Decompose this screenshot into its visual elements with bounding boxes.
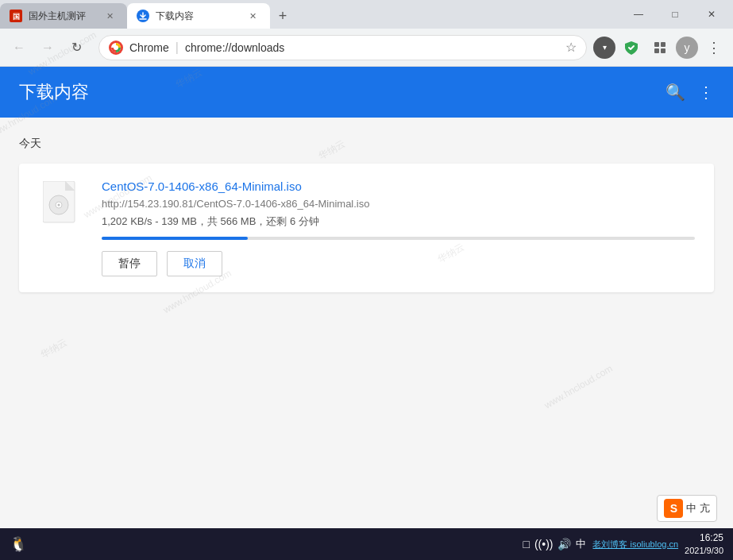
shield-extension-button[interactable] xyxy=(619,35,644,60)
download-progress-container xyxy=(102,237,695,240)
svg-rect-9 xyxy=(654,48,659,53)
titlebar: 国 国外主机测评 ✕ 下载内容 ✕ + — □ xyxy=(0,0,733,29)
ime-label: 中 亢 xyxy=(686,501,710,516)
tab-inactive[interactable]: 国 国外主机测评 ✕ xyxy=(0,3,127,29)
minimize-button[interactable]: — xyxy=(620,0,657,29)
svg-rect-7 xyxy=(654,42,659,47)
titlebar-spacer xyxy=(295,0,620,29)
refresh-icon: ↻ xyxy=(71,40,82,55)
download-file-icon-area xyxy=(38,180,86,227)
extensions-button[interactable] xyxy=(647,35,673,60)
tab-1-label: 国外主机测评 xyxy=(29,10,95,23)
profile-dropdown-icon[interactable]: ▾ xyxy=(593,37,615,59)
address-divider: | xyxy=(176,41,179,55)
download-item: CentOS-7.0-1406-x86_64-Minimal.iso http:… xyxy=(19,164,714,292)
browser-window: 国 国外主机测评 ✕ 下载内容 ✕ + — □ xyxy=(0,0,733,560)
taskbar-display-icon: □ xyxy=(523,538,529,550)
taskbar-volume-icon: 🔊 xyxy=(557,538,571,550)
forward-icon: → xyxy=(41,41,54,55)
svg-rect-8 xyxy=(661,42,665,47)
page-title: 下载内容 xyxy=(19,80,665,104)
window-controls: — □ ✕ xyxy=(620,0,733,29)
svg-point-14 xyxy=(58,204,60,207)
tab-download-icon xyxy=(137,10,149,22)
svg-rect-10 xyxy=(661,48,665,53)
back-icon: ← xyxy=(13,41,25,55)
svg-text:国: 国 xyxy=(13,13,20,21)
cancel-button[interactable]: 取消 xyxy=(167,251,222,276)
address-bar[interactable]: Chrome | chrome://downloads ☆ xyxy=(98,35,587,60)
address-chrome-label: Chrome xyxy=(129,41,169,54)
download-status-text: 1,202 KB/s - 139 MB，共 566 MB，还剩 6 分钟 xyxy=(102,214,695,229)
browser-menu-icon: ⋮ xyxy=(707,39,721,56)
taskbar-system-icons: □ ((•)) 🔊 中 xyxy=(523,537,586,551)
page-header: 下载内容 🔍 ⋮ xyxy=(0,67,733,118)
taskbar: 🐧 □ ((•)) 🔊 中 老刘博客 isoliublog.cn 16:25 2… xyxy=(0,528,733,560)
download-url-text: http://154.23.190.81/CentOS-7.0-1406-x86… xyxy=(102,198,695,210)
taskbar-penguin-icon[interactable]: 🐧 xyxy=(10,535,27,553)
ime-badge[interactable]: S 中 亢 xyxy=(657,495,717,522)
tab-site-icon: 国 xyxy=(10,10,22,22)
download-actions: 暂停 取消 xyxy=(102,251,695,276)
address-url-text: chrome://downloads xyxy=(185,41,559,54)
taskbar-lang-indicator[interactable]: 中 xyxy=(576,537,586,551)
section-today-label: 今天 xyxy=(19,137,714,151)
pause-button[interactable]: 暂停 xyxy=(102,251,157,276)
bookmark-star-icon[interactable]: ☆ xyxy=(565,40,577,55)
progress-bar-background xyxy=(102,237,695,240)
refresh-button[interactable]: ↻ xyxy=(64,35,89,60)
search-icon[interactable]: 🔍 xyxy=(665,83,685,102)
taskbar-right: □ ((•)) 🔊 中 老刘博客 isoliublog.cn 16:25 202… xyxy=(523,531,723,557)
profile-label: y xyxy=(685,41,690,54)
blog-link[interactable]: 老刘博客 isoliublog.cn xyxy=(592,539,678,550)
ime-s-icon: S xyxy=(664,499,683,518)
profile-button[interactable]: y xyxy=(676,37,698,59)
tab-2-label: 下载内容 xyxy=(156,10,238,23)
tab-2-close-button[interactable]: ✕ xyxy=(245,8,260,24)
browser-menu-button[interactable]: ⋮ xyxy=(701,35,727,60)
taskbar-clock: 16:25 2021/9/30 xyxy=(685,531,723,557)
header-menu-icon[interactable]: ⋮ xyxy=(698,83,714,102)
tab-1-close-button[interactable]: ✕ xyxy=(102,8,118,24)
progress-bar-fill xyxy=(102,237,248,240)
forward-button[interactable]: → xyxy=(35,35,60,60)
taskbar-date-text: 2021/9/30 xyxy=(685,545,723,557)
download-info: CentOS-7.0-1406-x86_64-Minimal.iso http:… xyxy=(102,180,695,276)
close-button[interactable]: ✕ xyxy=(693,0,730,29)
back-button[interactable]: ← xyxy=(6,35,32,60)
download-filename-link[interactable]: CentOS-7.0-1406-x86_64-Minimal.iso xyxy=(102,180,695,193)
maximize-button[interactable]: □ xyxy=(657,0,693,29)
iso-file-icon xyxy=(43,181,81,226)
svg-point-6 xyxy=(114,45,118,50)
toolbar: ← → ↻ Chrome | chrome://downl xyxy=(0,29,733,67)
tab-active[interactable]: 下载内容 ✕ xyxy=(127,3,270,29)
taskbar-time-text: 16:25 xyxy=(685,531,723,545)
new-tab-button[interactable]: + xyxy=(270,8,295,25)
chrome-logo-icon xyxy=(109,41,123,55)
page-content: 今天 CentOS-7.0-1406-x86_64-Minimal.iso ht… xyxy=(0,118,733,528)
taskbar-wifi-icon: ((•)) xyxy=(534,538,554,550)
